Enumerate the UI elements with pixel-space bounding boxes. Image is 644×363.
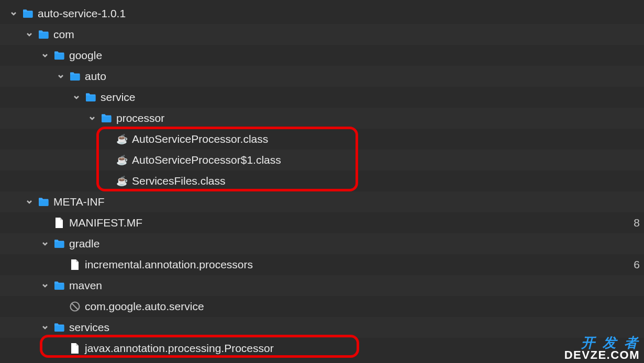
blocked-icon	[69, 301, 81, 312]
tree-row[interactable]: incremental.annotation.processors6	[0, 254, 644, 275]
tree-item-label: com.google.auto.service	[85, 300, 204, 313]
folder-icon	[101, 112, 112, 124]
folder-icon	[38, 196, 49, 208]
folder-icon	[53, 322, 65, 333]
tree-row[interactable]: google	[0, 45, 644, 66]
tree-row[interactable]: MANIFEST.MF8	[0, 212, 644, 233]
svg-line-1	[72, 303, 77, 309]
chevron-down-icon[interactable]	[41, 281, 49, 290]
chevron-down-icon[interactable]	[25, 30, 34, 39]
chevron-down-icon[interactable]	[88, 114, 96, 122]
tree-item-label: javax.annotation.processing.Processor	[85, 342, 274, 355]
tree-item-label: incremental.annotation.processors	[85, 258, 253, 271]
tree-row[interactable]: javax.annotation.processing.Processor	[0, 338, 644, 359]
chevron-down-icon[interactable]	[41, 51, 49, 60]
tree-item-label: service	[101, 91, 136, 104]
folder-icon	[53, 50, 65, 61]
tree-row[interactable]: ☕AutoServiceProcessor.class	[0, 129, 644, 150]
tree-item-label: google	[69, 49, 102, 62]
folder-icon	[53, 280, 65, 291]
chevron-down-icon[interactable]	[57, 72, 65, 81]
tree-item-label: AutoServiceProcessor.class	[132, 133, 268, 145]
chevron-down-icon[interactable]	[41, 240, 49, 248]
tree-item-label: AutoServiceProcessor$1.class	[132, 154, 281, 166]
tree-row[interactable]: ☕AutoServiceProcessor$1.class	[0, 150, 644, 171]
tree-item-label: gradle	[69, 237, 99, 250]
folder-icon	[85, 92, 96, 103]
tree-row[interactable]: service	[0, 87, 644, 108]
tree-item-label: META-INF	[53, 196, 105, 208]
tree-item-label: services	[69, 321, 109, 334]
chevron-down-icon[interactable]	[72, 93, 81, 101]
java-class-icon: ☕	[116, 133, 128, 145]
tree-row[interactable]: auto	[0, 66, 644, 87]
tree-row[interactable]: com	[0, 24, 644, 45]
tree-row[interactable]: auto-service-1.0.1	[0, 3, 644, 24]
tree-row[interactable]: com.google.auto.service	[0, 296, 644, 317]
folder-icon	[22, 8, 34, 19]
tree-item-label: processor	[116, 112, 164, 124]
watermark-top: 开 发 者	[564, 336, 640, 349]
tree-item-label: auto-service-1.0.1	[38, 7, 126, 20]
tree-item-label: MANIFEST.MF	[69, 217, 142, 229]
tree-item-label: ServicesFiles.class	[132, 175, 226, 187]
tree-row[interactable]: services	[0, 317, 644, 338]
tree-item-label: maven	[69, 279, 102, 292]
chevron-down-icon[interactable]	[41, 323, 49, 332]
folder-icon	[69, 71, 81, 82]
folder-icon	[53, 238, 65, 249]
tree-row[interactable]: ☕ServicesFiles.class	[0, 171, 644, 191]
tree-item-label: com	[53, 28, 74, 41]
watermark: 开 发 者 DEVZE.COM	[564, 336, 640, 361]
tree-item-label: auto	[85, 70, 106, 83]
tree-row[interactable]: processor	[0, 108, 644, 129]
file-icon	[69, 259, 81, 270]
java-class-icon: ☕	[116, 154, 128, 166]
row-meta-number: 6	[634, 258, 640, 271]
row-meta-number: 8	[634, 217, 640, 229]
file-icon	[69, 343, 81, 354]
java-class-icon: ☕	[116, 175, 128, 187]
file-tree: auto-service-1.0.1comgoogleautoservicepr…	[0, 0, 644, 359]
watermark-bottom: DEVZE.COM	[564, 349, 640, 361]
tree-row[interactable]: maven	[0, 275, 644, 296]
file-icon	[53, 217, 65, 229]
tree-row[interactable]: META-INF	[0, 191, 644, 212]
tree-row[interactable]: gradle	[0, 233, 644, 254]
folder-icon	[38, 29, 49, 40]
chevron-down-icon[interactable]	[25, 198, 34, 206]
chevron-down-icon[interactable]	[9, 9, 18, 18]
